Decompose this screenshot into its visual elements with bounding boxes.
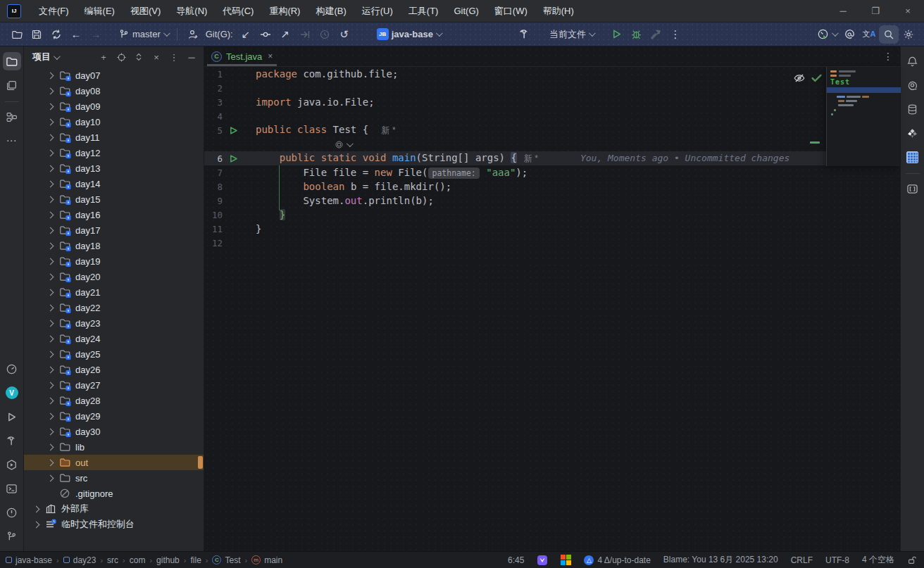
back-button[interactable]: ←: [66, 25, 86, 44]
minimize-button[interactable]: ─: [827, 0, 859, 22]
expand-chevron-icon[interactable]: [47, 443, 54, 450]
plugin-grid-button[interactable]: [904, 148, 922, 166]
code-line-7[interactable]: 7 File file = new File(pathname: "aaa");: [204, 165, 900, 179]
database-button[interactable]: [904, 100, 922, 118]
tree-item-day16[interactable]: day16: [24, 207, 204, 222]
hide-panel-button[interactable]: ─: [184, 49, 199, 65]
code-line-5[interactable]: 5public class Test { 新 *: [204, 123, 900, 137]
breadcrumb-file[interactable]: file: [189, 555, 202, 565]
tree-item-day10[interactable]: day10: [24, 114, 204, 130]
update-project-button[interactable]: ↙: [236, 25, 256, 44]
expand-chevron-icon[interactable]: [47, 459, 54, 466]
caret-position-widget[interactable]: 6:45: [508, 555, 524, 565]
tree-item-day28[interactable]: day28: [24, 393, 204, 408]
collapse-all-button[interactable]: ×: [149, 49, 164, 65]
menu-item-视图V[interactable]: 视图(V): [123, 0, 168, 23]
ai-plugin-button[interactable]: [904, 76, 922, 94]
tree-item-day17[interactable]: day17: [24, 222, 204, 238]
run-with-coverage-button[interactable]: [646, 25, 666, 44]
expand-chevron-icon[interactable]: [47, 304, 54, 311]
profiler-button[interactable]: [814, 25, 839, 44]
indent-widget[interactable]: 4 个空格: [862, 554, 894, 566]
encoding-widget[interactable]: UTF-8: [825, 555, 849, 565]
tree-item-day26[interactable]: day26: [24, 362, 204, 377]
menu-item-构建B[interactable]: 构建(B): [308, 0, 354, 23]
maximize-button[interactable]: ❐: [859, 0, 892, 22]
expand-chevron-icon[interactable]: [47, 397, 54, 404]
expand-chevron-icon[interactable]: [47, 258, 54, 265]
tree-item-day09[interactable]: day09: [24, 99, 204, 114]
tree-item-day21[interactable]: day21: [24, 284, 204, 300]
search-everywhere-button[interactable]: [879, 25, 899, 44]
terminal-tool-button[interactable]: [3, 479, 21, 498]
menu-item-窗口W[interactable]: 窗口(W): [487, 0, 535, 23]
expand-chevron-icon[interactable]: [47, 366, 54, 373]
expand-chevron-icon[interactable]: [47, 320, 54, 327]
code-line-3[interactable]: 3import java.io.File;: [204, 95, 900, 109]
panel-more-button[interactable]: ⋮: [166, 49, 182, 65]
minimap[interactable]: Test: [826, 67, 900, 166]
app-logo-icon[interactable]: IJ: [7, 4, 21, 18]
tree-item-day07[interactable]: day07: [24, 68, 204, 83]
vcs-sync-widget[interactable]: △4 Δ/up-to-date: [584, 555, 650, 565]
run-gutter-icon[interactable]: [223, 126, 244, 135]
tab-close-icon[interactable]: ×: [268, 51, 273, 61]
menu-item-重构R[interactable]: 重构(R): [261, 0, 308, 23]
tree-item-day08[interactable]: day08: [24, 83, 204, 99]
expand-chevron-icon[interactable]: [47, 381, 54, 389]
line-separator-widget[interactable]: CRLF: [791, 555, 813, 565]
tree-item-day13[interactable]: day13: [24, 160, 204, 176]
gauge-tool-button[interactable]: [3, 360, 21, 378]
open-folder-button[interactable]: [7, 25, 27, 44]
push-button[interactable]: ↗: [275, 25, 295, 44]
commit-tool-button[interactable]: [3, 76, 21, 94]
ai-chat-brackets-button[interactable]: [904, 179, 922, 198]
code-line-6[interactable]: 6 public static void main(String[] args)…: [204, 151, 900, 165]
expand-chevron-icon[interactable]: [47, 428, 54, 435]
tree-item-day29[interactable]: day29: [24, 408, 204, 424]
expand-chevron-icon[interactable]: [47, 149, 54, 156]
menu-item-GitG[interactable]: Git(G): [446, 0, 486, 23]
more-actions-button[interactable]: ⋮: [666, 25, 685, 44]
history-button[interactable]: [315, 25, 335, 44]
tree-item-day18[interactable]: day18: [24, 238, 204, 253]
code-inlay-row[interactable]: [204, 137, 900, 151]
debug-button[interactable]: [626, 25, 646, 44]
ai-assistant-button[interactable]: [839, 25, 859, 44]
shelve-button[interactable]: [295, 25, 315, 44]
tree-item-临时文件和控制台[interactable]: 临时文件和控制台: [24, 517, 204, 532]
expand-chevron-icon[interactable]: [47, 87, 54, 94]
structure-tool-button[interactable]: [3, 108, 21, 126]
tree-item-day15[interactable]: day15: [24, 191, 204, 207]
expand-chevron-icon[interactable]: [47, 227, 54, 234]
breadcrumb-java-base[interactable]: java-base: [4, 555, 54, 565]
breadcrumb-day23[interactable]: day23: [62, 555, 98, 565]
close-button[interactable]: ×: [892, 0, 924, 22]
sync-button[interactable]: [46, 25, 66, 44]
expand-chevron-icon[interactable]: [47, 289, 54, 296]
plugin-teal-tool-button[interactable]: V: [3, 384, 21, 402]
expand-selection-button[interactable]: [131, 49, 146, 65]
tree-item-day24[interactable]: day24: [24, 331, 204, 346]
vcs-stripe-mark[interactable]: [810, 141, 820, 144]
more-tools-button[interactable]: ⋯: [3, 132, 21, 150]
menu-item-工具T[interactable]: 工具(T): [401, 0, 447, 23]
menu-item-编辑E[interactable]: 编辑(E): [77, 0, 123, 23]
editor-area[interactable]: C Test.java × ⋮ 1package com.github.file…: [204, 46, 900, 551]
menu-item-导航N[interactable]: 导航(N): [168, 0, 215, 23]
tree-item-out[interactable]: out: [24, 455, 204, 470]
tree-item-gitignore[interactable]: .gitignore: [24, 486, 204, 501]
code-line-8[interactable]: 8 boolean b = file.mkdir();: [204, 179, 900, 194]
run-tool-button[interactable]: [3, 408, 21, 426]
commit-button[interactable]: [256, 25, 275, 44]
tree-item-day11[interactable]: day11: [24, 130, 204, 145]
expand-chevron-icon[interactable]: [47, 211, 54, 218]
code-line-10[interactable]: 10 }: [204, 208, 900, 222]
tree-item-day25[interactable]: day25: [24, 346, 204, 362]
tree-item-day12[interactable]: day12: [24, 145, 204, 160]
rollback-button[interactable]: ↺: [335, 25, 354, 44]
no-problems-check-icon[interactable]: [810, 71, 823, 84]
expand-chevron-icon[interactable]: [47, 72, 54, 79]
breadcrumb-github[interactable]: github: [155, 555, 181, 565]
services-tool-button[interactable]: [3, 455, 21, 474]
